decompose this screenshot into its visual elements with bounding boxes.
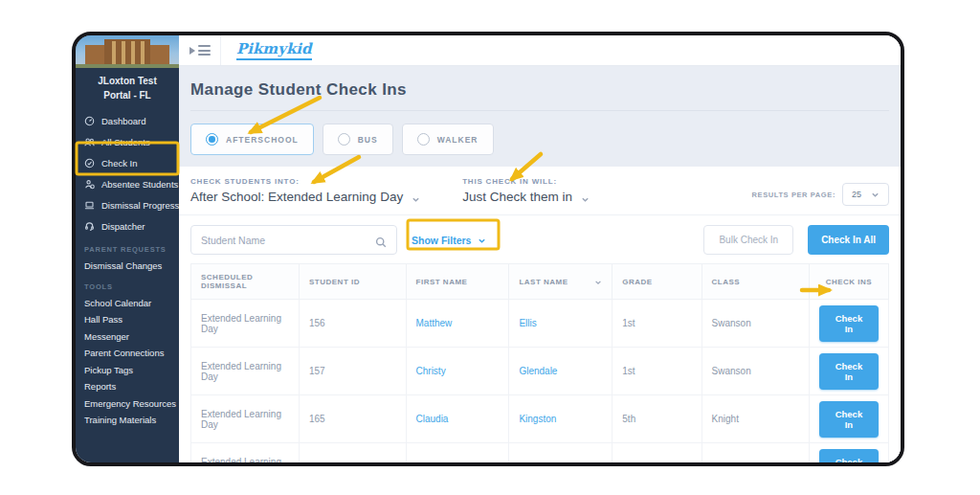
student-search-field[interactable] <box>190 225 397 255</box>
col-last-name[interactable]: LAST NAME <box>509 264 612 300</box>
radio-label: WALKER <box>437 135 479 145</box>
student-search-input[interactable] <box>201 235 375 246</box>
cell-first-name: Kimberly <box>406 443 509 467</box>
sort-down-icon <box>594 279 602 286</box>
bulk-check-in-button[interactable]: Bulk Check In <box>703 225 793 255</box>
cell-first-name: Claudia <box>406 395 509 443</box>
radio-dot <box>206 133 218 146</box>
sidebar-nav: Dashboard All Students Check In Absentee… <box>76 106 179 236</box>
first-name-link[interactable]: Claudia <box>416 414 449 424</box>
cell-student-id: 165 <box>299 395 406 443</box>
table-row: Extended Learning Day 156 Matthew Ellis … <box>191 300 889 348</box>
sidebar-item-dismissal-changes[interactable]: Dismissal Changes <box>76 257 179 274</box>
table-row: Extended Learning Day 126 Kimberly Lewis… <box>191 443 889 467</box>
cell-grade: 2nd <box>612 443 702 467</box>
col-first-name[interactable]: FIRST NAME <box>406 264 509 300</box>
first-name-link[interactable]: Kimberly <box>416 461 454 466</box>
last-name-link[interactable]: Kingston <box>519 414 556 424</box>
first-name-link[interactable]: Christy <box>416 366 446 376</box>
cell-class: Swanson <box>702 348 809 395</box>
cell-last-name: Lewis <box>509 443 612 467</box>
radio-label: BUS <box>358 135 378 145</box>
sidebar-toggle-button[interactable] <box>179 35 221 65</box>
chevron-down-icon <box>478 236 486 244</box>
sidebar-item-all-students[interactable]: All Students <box>76 131 179 152</box>
section-title-parent-requests: PARENT REQUESTS <box>76 236 179 257</box>
page-title: Manage Student Check Ins <box>190 80 889 100</box>
cell-scheduled-dismissal: Extended Learning Day <box>191 300 300 348</box>
sidebar-item-absentee-students[interactable]: Absentee Students <box>76 173 179 194</box>
headset-icon <box>84 221 95 232</box>
check-circle-icon <box>84 158 95 169</box>
sidebar-item-parent-connections[interactable]: Parent Connections <box>76 344 179 361</box>
sidebar-item-emergency-resources[interactable]: Emergency Resources <box>76 394 179 412</box>
cell-student-id: 156 <box>299 300 406 348</box>
check-in-button[interactable]: Check In <box>819 353 879 390</box>
check-in-button[interactable]: Check In <box>819 305 879 342</box>
dropdown-value: Just Check them in <box>462 190 572 204</box>
people-icon <box>84 137 95 147</box>
top-bar: Pikmykid <box>179 35 901 66</box>
laptop-icon <box>84 200 95 211</box>
check-in-all-button[interactable]: Check In All <box>808 225 889 255</box>
cell-last-name: Ellis <box>509 300 612 348</box>
main-area: Pikmykid Manage Student Check Ins AFTERS… <box>179 35 901 462</box>
sidebar-item-label: Absentee Students <box>101 179 178 190</box>
results-per-page-value: 25 <box>852 190 861 199</box>
cell-grade: 5th <box>612 395 702 443</box>
check-in-button[interactable]: Check In <box>819 449 879 467</box>
check-students-into-dropdown[interactable]: CHECK STUDENTS INTO: After School: Exten… <box>190 177 420 204</box>
this-check-in-will-dropdown[interactable]: THIS CHECK IN WILL: Just Check them in <box>462 177 590 204</box>
show-filters-toggle[interactable]: Show Filters <box>412 235 486 246</box>
results-per-page: RESULTS PER PAGE: 25 <box>752 183 889 206</box>
last-name-link[interactable]: Lewis <box>519 461 544 466</box>
absentee-person-icon <box>84 179 95 190</box>
sidebar-item-dashboard[interactable]: Dashboard <box>76 110 179 131</box>
sidebar-item-reports[interactable]: Reports <box>76 377 179 394</box>
results-per-page-select[interactable]: 25 <box>842 183 889 206</box>
section-title-tools: TOOLS <box>76 274 179 294</box>
sidebar-item-label: Check In <box>101 158 138 169</box>
first-name-link[interactable]: Matthew <box>416 318 453 328</box>
students-table: SCHEDULED DISMISSAL STUDENT ID FIRST NAM… <box>190 263 889 466</box>
sidebar-item-check-in[interactable]: Check In <box>76 152 179 173</box>
cell-student-id: 126 <box>299 443 406 467</box>
sidebar-item-training-materials[interactable]: Training Materials <box>76 411 179 428</box>
sidebar-item-messenger[interactable]: Messenger <box>76 327 179 345</box>
radio-walker[interactable]: WALKER <box>402 124 494 155</box>
check-in-button[interactable]: Check In <box>819 401 879 438</box>
dropdown-row: CHECK STUDENTS INTO: After School: Exten… <box>190 167 889 214</box>
last-name-link[interactable]: Glendale <box>519 366 557 376</box>
divider <box>190 110 889 111</box>
school-photo <box>76 35 179 68</box>
chevron-down-icon <box>871 191 880 199</box>
dropdown-label: CHECK STUDENTS INTO: <box>190 177 420 186</box>
sidebar-item-hall-pass[interactable]: Hall Pass <box>76 310 179 327</box>
radio-afterschool[interactable]: AFTERSCHOOL <box>190 124 314 155</box>
pikmykid-logo[interactable]: Pikmykid <box>236 40 312 60</box>
sidebar-item-dismissal-progress[interactable]: Dismissal Progress <box>76 194 179 215</box>
cell-scheduled-dismissal: Extended Learning Day <box>191 443 300 467</box>
radio-dot <box>338 133 350 146</box>
sidebar-item-label: Dashboard <box>101 116 145 126</box>
radio-dot <box>417 133 430 146</box>
search-icon <box>375 235 387 246</box>
col-grade[interactable]: GRADE <box>612 264 702 300</box>
table-header-row: SCHEDULED DISMISSAL STUDENT ID FIRST NAM… <box>191 264 889 300</box>
cell-first-name: Christy <box>406 348 509 395</box>
col-scheduled-dismissal[interactable]: SCHEDULED DISMISSAL <box>191 264 300 300</box>
col-student-id[interactable]: STUDENT ID <box>299 264 406 300</box>
sidebar-item-pickup-tags[interactable]: Pickup Tags <box>76 361 179 378</box>
last-name-link[interactable]: Ellis <box>519 318 536 328</box>
search-row: Show Filters Bulk Check In Check In All <box>190 215 889 263</box>
sidebar-item-label: Dismissal Progress <box>101 200 179 211</box>
cell-scheduled-dismissal: Extended Learning Day <box>191 395 300 443</box>
dashboard-gauge-icon <box>84 116 95 126</box>
sidebar-item-school-calendar[interactable]: School Calendar <box>76 294 179 311</box>
radio-bus[interactable]: BUS <box>323 124 393 155</box>
sidebar-item-dispatcher[interactable]: Dispatcher <box>76 215 179 236</box>
col-class[interactable]: CLASS <box>702 264 809 300</box>
sidebar-item-label: Dispatcher <box>101 221 145 232</box>
cell-first-name: Matthew <box>406 300 509 348</box>
col-check-ins: CHECK INS <box>809 264 888 300</box>
